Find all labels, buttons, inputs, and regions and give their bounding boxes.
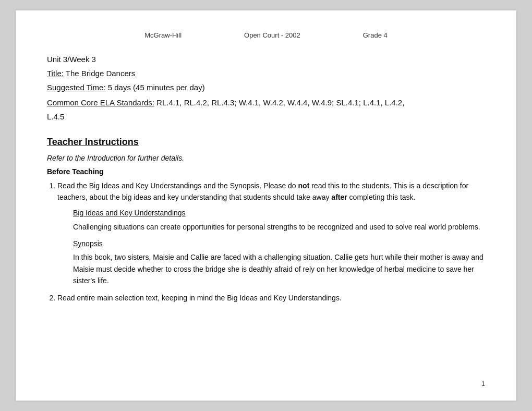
publisher-label: McGraw-Hill [144,31,182,39]
list-item-2-text: Read entire main selection text, keeping… [57,294,342,302]
grade-label: Grade 4 [363,31,388,39]
inner-section-synopsis: Synopsis In this book, two sisters, Mais… [73,238,485,287]
list-item-1-text-before: Read the Big Ideas and Key Understanding… [57,182,468,201]
synopsis-text: In this book, two sisters, Maisie and Ca… [73,251,485,286]
page-header: McGraw-Hill Open Court - 2002 Grade 4 [47,31,485,39]
standards-text: RL.4.1, RL.4.2, RL.4.3; W.4.1, W.4.2, W.… [156,98,404,107]
suggested-time-label: Suggested Time: [47,83,106,92]
list-item-2: Read entire main selection text, keeping… [57,292,485,304]
inner-section-big-ideas: Big Ideas and Key Understandings Challen… [73,207,485,233]
synopsis-title: Synopsis [73,238,485,249]
title-label: Title: [47,69,64,78]
page-container: McGraw-Hill Open Court - 2002 Grade 4 Un… [16,10,516,401]
standards-continuation: L.4.5 [47,112,485,121]
big-ideas-title: Big Ideas and Key Understandings [73,207,485,219]
italic-note: Refer to the Introduction for further de… [47,154,485,162]
after-word: after [331,193,347,201]
standards-label: Common Core ELA Standards: [47,98,154,107]
before-teaching-label: Before Teaching [47,167,485,176]
suggested-time-text: 5 days (45 minutes per day) [108,83,205,92]
unit-week: Unit 3/Week 3 [47,55,485,64]
instruction-list: Read the Big Ideas and Key Understanding… [57,180,485,304]
title-line: Title: The Bridge Dancers [47,69,485,78]
section-title: Teacher Instructions [47,137,485,148]
title-text: The Bridge Dancers [66,69,135,78]
suggested-time-line: Suggested Time: 5 days (45 minutes per d… [47,83,485,92]
page-number: 1 [481,380,485,388]
not-word: not [298,182,310,190]
standards-line: Common Core ELA Standards: RL.4.1, RL.4.… [47,97,485,109]
big-ideas-text: Challenging situations can create opport… [73,221,485,233]
list-item-1: Read the Big Ideas and Key Understanding… [57,180,485,287]
series-label: Open Court - 2002 [244,31,300,39]
